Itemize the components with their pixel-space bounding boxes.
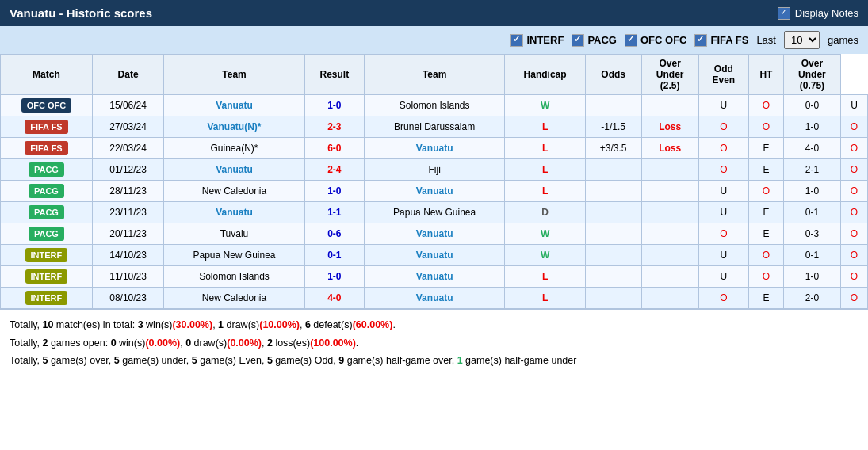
summary-open-draws: 0 — [185, 338, 191, 349]
table-row: PACG 01/12/23 Vanuatu 2-4 Fiji L O E 2-1… — [1, 159, 868, 181]
cell-over-under: O — [698, 223, 748, 245]
cell-odd-even: E — [748, 202, 783, 223]
cell-team2: Vanuatu — [364, 245, 504, 266]
table-row: PACG 28/11/23 New Caledonia 1-0 Vanuatu … — [1, 181, 868, 202]
interf-label: INTERF — [526, 34, 564, 46]
cell-score: 6-0 — [304, 138, 364, 159]
cell-odds — [641, 266, 698, 288]
summary-over: 5 — [42, 355, 48, 366]
cell-score: 4-0 — [304, 288, 364, 309]
cell-odds: Loss — [641, 116, 698, 138]
cell-score: 2-4 — [304, 159, 364, 181]
display-notes-label: Display Notes — [795, 7, 858, 19]
table-row: INTERF 14/10/23 Papua New Guinea 0-1 Van… — [1, 245, 868, 266]
cell-team1: Tuvalu — [164, 223, 304, 245]
cell-score: 1-0 — [304, 266, 364, 288]
cell-ht: 1-0 — [783, 181, 840, 202]
cell-odd-even: E — [748, 138, 783, 159]
filter-ofcofc[interactable]: OFC OFC — [625, 34, 687, 47]
interf-checkbox[interactable] — [510, 34, 523, 47]
pacg-label: PACG — [587, 34, 617, 46]
cell-date: 14/10/23 — [92, 245, 163, 266]
cell-handicap — [585, 181, 641, 202]
cell-over-under2: O — [841, 181, 868, 202]
cell-ht: 0-1 — [783, 202, 840, 223]
cell-wld: W — [505, 223, 586, 245]
summary-hgunder: 1 — [457, 355, 463, 366]
cell-wld: W — [505, 95, 586, 116]
table-row: FIFA FS 27/03/24 Vanuatu(N)* 2-3 Brunei … — [1, 116, 868, 138]
col-team1: Team — [164, 55, 304, 95]
scores-table: Match Date Team Result Team Handicap Odd… — [0, 54, 868, 309]
cell-handicap — [585, 245, 641, 266]
filter-bar: INTERF PACG OFC OFC FIFA FS Last 10 20 3… — [0, 26, 868, 54]
filter-interf[interactable]: INTERF — [510, 34, 564, 47]
cell-wld: W — [505, 245, 586, 266]
cell-odd-even: O — [748, 116, 783, 138]
cell-ht: 2-0 — [783, 288, 840, 309]
page-title: Vanuatu - Historic scores — [10, 6, 152, 20]
cell-team2: Solomon Islands — [364, 95, 504, 116]
cell-wld: L — [505, 116, 586, 138]
filter-pacg[interactable]: PACG — [572, 34, 617, 47]
pacg-checkbox[interactable] — [572, 34, 584, 47]
cell-team1: Vanuatu — [164, 159, 304, 181]
cell-odds: Loss — [641, 138, 698, 159]
cell-team2: Vanuatu — [364, 223, 504, 245]
cell-score: 2-3 — [304, 116, 364, 138]
col-result: Result — [304, 55, 364, 95]
summary-open-draws-pct: (0.00%) — [227, 338, 262, 349]
cell-ht: 0-1 — [783, 245, 840, 266]
summary-open-loss-pct: (100.00%) — [310, 338, 356, 349]
cell-over-under2: O — [841, 202, 868, 223]
ofcofc-label: OFC OFC — [640, 34, 687, 46]
summary: Totally, 10 match(es) in total: 3 win(s)… — [0, 309, 868, 376]
competition-badge: INTERF — [25, 269, 68, 284]
cell-over-under2: O — [841, 159, 868, 181]
cell-competition: PACG — [1, 202, 93, 223]
table-row: OFC OFC 15/06/24 Vanuatu 1-0 Solomon Isl… — [1, 95, 868, 116]
fifafs-checkbox[interactable] — [694, 34, 707, 47]
cell-odd-even: E — [748, 159, 783, 181]
main-container: Vanuatu - Historic scores Display Notes … — [0, 0, 868, 376]
cell-ht: 4-0 — [783, 138, 840, 159]
cell-over-under2: O — [841, 288, 868, 309]
cell-date: 01/12/23 — [92, 159, 163, 181]
table-row: INTERF 11/10/23 Solomon Islands 1-0 Vanu… — [1, 266, 868, 288]
cell-over-under: O — [698, 116, 748, 138]
summary-draws: 1 — [218, 319, 224, 330]
competition-badge: FIFA FS — [25, 141, 68, 155]
cell-team2: Vanuatu — [364, 181, 504, 202]
cell-team2: Vanuatu — [364, 288, 504, 309]
competition-badge: PACG — [29, 227, 64, 241]
cell-ht: 0-3 — [783, 223, 840, 245]
cell-wld: L — [505, 266, 586, 288]
cell-date: 22/03/24 — [92, 138, 163, 159]
cell-odds — [641, 245, 698, 266]
cell-over-under: U — [698, 202, 748, 223]
cell-date: 27/03/24 — [92, 116, 163, 138]
competition-badge: OFC OFC — [21, 98, 72, 113]
cell-odd-even: E — [748, 288, 783, 309]
cell-team1: Vanuatu — [164, 202, 304, 223]
competition-badge: INTERF — [25, 248, 68, 262]
ofcofc-checkbox[interactable] — [625, 34, 637, 47]
col-over-under: OverUnder(2.5) — [641, 55, 698, 95]
summary-line1: Totally, 10 match(es) in total: 3 win(s)… — [10, 316, 858, 334]
cell-over-under: U — [698, 95, 748, 116]
cell-team1: Solomon Islands — [164, 266, 304, 288]
cell-team2: Vanuatu — [364, 138, 504, 159]
col-handicap: Handicap — [505, 55, 586, 95]
cell-over-under2: O — [841, 266, 868, 288]
cell-handicap — [585, 266, 641, 288]
games-select[interactable]: 10 20 30 — [784, 31, 820, 49]
cell-date: 15/06/24 — [92, 95, 163, 116]
cell-wld: L — [505, 138, 586, 159]
filter-fifafs[interactable]: FIFA FS — [694, 34, 748, 47]
col-ht: HT — [748, 55, 783, 95]
cell-odd-even: O — [748, 245, 783, 266]
cell-handicap — [585, 223, 641, 245]
cell-ht: 0-0 — [783, 95, 840, 116]
summary-defeats: 6 — [305, 319, 311, 330]
display-notes-checkbox[interactable] — [778, 7, 790, 20]
